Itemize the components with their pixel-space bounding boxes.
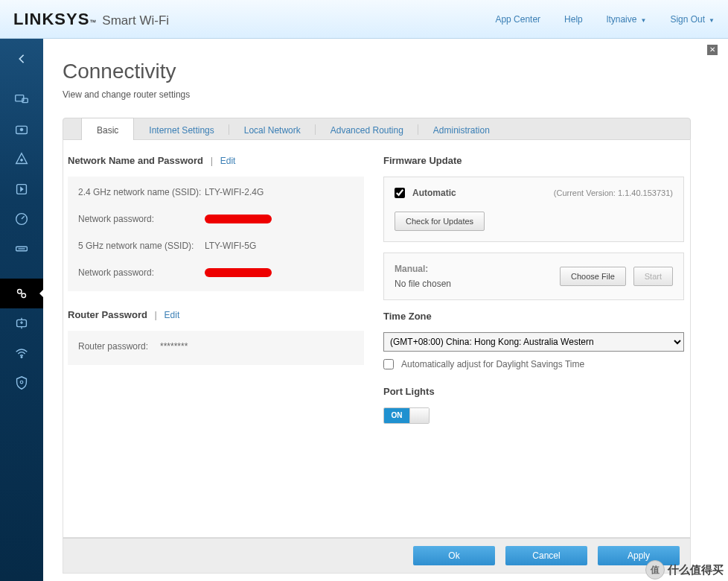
brand-tagline: Smart Wi-Fi	[102, 13, 169, 28]
sidebar-item-usb[interactable]	[0, 234, 43, 264]
sidebar-item-security[interactable]	[0, 368, 43, 398]
router-pw-card: Router password: ********	[68, 331, 364, 365]
tab-local-network[interactable]: Local Network	[229, 118, 316, 141]
sidebar-item-wireless[interactable]	[0, 338, 43, 368]
brand-logo: LINKSYS™ Smart Wi-Fi	[13, 10, 169, 29]
firmware-auto-label: Automatic	[412, 188, 456, 198]
svg-point-11	[21, 356, 22, 358]
router-pw-heading: Router Password | Edit	[68, 309, 364, 320]
tab-advanced-routing[interactable]: Advanced Routing	[316, 118, 418, 141]
sidebar-item-guest[interactable]	[0, 115, 43, 145]
tab-internet-settings[interactable]: Internet Settings	[134, 118, 229, 141]
router-pw-value: ********	[160, 341, 188, 352]
firmware-manual-label: Manual:	[395, 264, 560, 274]
top-header: LINKSYS™ Smart Wi-Fi App Center Help lty…	[0, 0, 728, 39]
svg-rect-1	[22, 98, 28, 103]
sidebar-back[interactable]	[0, 48, 43, 70]
router-pw-heading-text: Router Password	[68, 309, 147, 320]
brand-tm: ™	[89, 19, 96, 26]
page-subtitle: View and change router settings	[63, 89, 721, 100]
pass24-label: Network password:	[78, 214, 205, 224]
start-button: Start	[633, 267, 673, 286]
sidebar-item-connectivity[interactable]	[0, 279, 43, 308]
svg-point-4	[21, 159, 23, 162]
pass24-redacted	[205, 215, 272, 223]
firmware-manual-box: Manual: No file chosen Choose File Start	[383, 253, 684, 300]
network-card: 2.4 GHz network name (SSID): LTY-WIFI-2.…	[68, 177, 364, 291]
page-title: Connectivity	[63, 60, 721, 83]
ssid24-label: 2.4 GHz network name (SSID):	[78, 187, 205, 197]
choose-file-button[interactable]: Choose File	[560, 267, 626, 286]
nav-user-menu[interactable]: ltynaive	[607, 14, 647, 25]
dst-checkbox[interactable]	[383, 359, 394, 369]
pass5-redacted	[205, 268, 272, 277]
firmware-no-file: No file chosen	[395, 279, 451, 289]
watermark-icon: 值	[645, 560, 665, 580]
firmware-auto-box: Automatic (Current Version: 1.1.40.15373…	[383, 177, 684, 242]
toggle-knob	[409, 408, 429, 423]
top-nav: App Center Help ltynaive Sign Out	[495, 14, 715, 25]
port-lights-toggle[interactable]: ON	[383, 407, 430, 424]
network-heading-text: Network Name and Password	[68, 155, 203, 166]
sidebar-item-speed[interactable]	[0, 204, 43, 234]
timezone-select[interactable]: (GMT+08:00) China: Hong Kong: Australia …	[383, 332, 684, 352]
firmware-heading: Firmware Update	[383, 155, 684, 166]
svg-point-3	[20, 128, 23, 131]
pass5-label: Network password:	[78, 267, 205, 278]
close-icon[interactable]: ✕	[707, 45, 718, 55]
timezone-heading: Time Zone	[383, 311, 684, 322]
tabs: Basic Internet Settings Local Network Ad…	[63, 118, 691, 140]
sidebar-item-media[interactable]	[0, 174, 43, 204]
network-heading: Network Name and Password | Edit	[68, 155, 364, 166]
nav-app-center[interactable]: App Center	[495, 14, 540, 25]
check-updates-button[interactable]: Check for Updates	[395, 212, 485, 231]
firmware-version: (Current Version: 1.1.40.153731)	[554, 188, 673, 197]
ok-button[interactable]: Ok	[413, 546, 495, 565]
brand-name: LINKSYS	[13, 10, 89, 29]
nav-help[interactable]: Help	[564, 14, 583, 25]
tab-basic[interactable]: Basic	[81, 118, 134, 140]
watermark-text: 什么值得买	[668, 563, 724, 577]
watermark: 值 什么值得买	[645, 560, 724, 580]
toggle-on-label: ON	[384, 408, 409, 423]
content-panel: ✕ Connectivity View and change router se…	[43, 39, 728, 581]
footer-buttons: Ok Cancel Apply	[63, 538, 691, 574]
sidebar	[0, 39, 43, 581]
firmware-auto-checkbox[interactable]	[395, 188, 405, 198]
sidebar-item-parental[interactable]	[0, 145, 43, 174]
sidebar-item-devices[interactable]	[0, 85, 43, 115]
network-edit-link[interactable]: Edit	[220, 156, 236, 166]
router-pw-label: Router password:	[78, 341, 160, 352]
nav-sign-out[interactable]: Sign Out	[670, 14, 715, 25]
port-lights-heading: Port Lights	[383, 386, 684, 397]
dst-label: Automatically adjust for Daylight Saving…	[401, 359, 584, 369]
ssid5-label: 5 GHz network name (SSID):	[78, 241, 205, 251]
ssid5-value: LTY-WIFI-5G	[205, 241, 256, 251]
sidebar-item-troubleshoot[interactable]	[0, 308, 43, 338]
router-pw-edit-link[interactable]: Edit	[165, 310, 180, 320]
svg-point-12	[20, 381, 23, 384]
tab-administration[interactable]: Administration	[418, 118, 505, 141]
cancel-button[interactable]: Cancel	[505, 546, 587, 565]
ssid24-value: LTY-WIFI-2.4G	[205, 187, 264, 197]
